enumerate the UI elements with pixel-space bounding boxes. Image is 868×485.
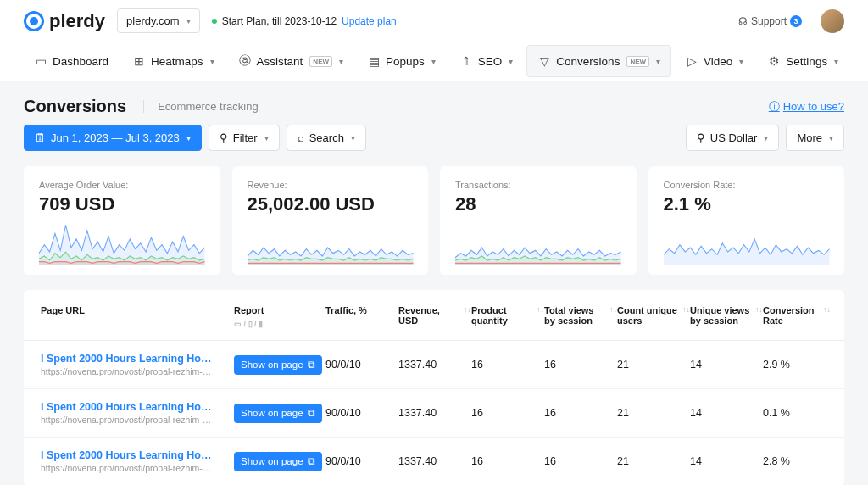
th-users[interactable]: Count unique users <box>617 305 677 326</box>
cell-traffic: 90/0/10 <box>326 407 398 419</box>
metric-card[interactable]: Average Order Value: 709 USD <box>24 166 220 275</box>
more-button[interactable]: More ▾ <box>786 125 844 151</box>
sort-icon[interactable]: ↑↓ <box>755 305 763 314</box>
table-header: Page URL Report ▭ / ▯ / ▮ Traffic, % Rev… <box>24 290 844 341</box>
chevron-down-icon: ▾ <box>431 57 436 66</box>
page-url-title[interactable]: I Spent 2000 Hours Learning How To Learn… <box>41 449 219 461</box>
ai-icon: ⓐ <box>238 54 252 68</box>
cell-cr: 0.1 % <box>763 407 831 419</box>
search-label: Search <box>309 131 344 144</box>
page-url-path: https://novena.pro/novosti/propal-rezhim… <box>41 415 219 425</box>
filter-icon: ⚲ <box>697 131 705 144</box>
update-plan-link[interactable]: Update plan <box>342 15 397 27</box>
chevron-down-icon: ▾ <box>210 57 214 66</box>
table-row: I Spent 2000 Hours Learning How To Learn… <box>24 341 844 389</box>
cell-views: 16 <box>544 359 617 371</box>
cell-uviews: 14 <box>690 407 763 419</box>
nav-dashboard[interactable]: ▭ Dashboard <box>24 42 119 80</box>
chevron-down-icon: ▾ <box>186 133 191 142</box>
cell-revenue: 1337.40 <box>398 455 471 467</box>
metric-card[interactable]: Conversion Rate: 2.1 % <box>648 166 845 275</box>
nav-seo-label: SEO <box>478 55 503 68</box>
show-on-page-button[interactable]: Show on page ⧉ <box>234 355 322 375</box>
logo[interactable]: plerdy <box>24 10 105 32</box>
navbar: ▭ Dashboard ⊞ Heatmaps ▾ ⓐ Assistant NEW… <box>0 42 868 81</box>
nav-popups[interactable]: ▤ Popups ▾ <box>357 42 446 80</box>
conversions-table: Page URL Report ▭ / ▯ / ▮ Traffic, % Rev… <box>24 290 844 485</box>
sort-icon[interactable]: ↑↓ <box>609 305 617 314</box>
th-cr[interactable]: Conversion Rate <box>763 305 818 326</box>
nav-assistant[interactable]: ⓐ Assistant NEW ▾ <box>228 42 353 80</box>
nav-settings-label: Settings <box>786 55 827 68</box>
external-icon: ⧉ <box>308 408 315 419</box>
popup-icon: ▤ <box>367 54 381 68</box>
chevron-down-icon: ▾ <box>739 57 743 66</box>
nav-assistant-label: Assistant <box>257 55 303 68</box>
monitor-icon: ▭ <box>34 54 47 68</box>
nav-heatmaps[interactable]: ⊞ Heatmaps ▾ <box>122 42 225 80</box>
table-row: I Spent 2000 Hours Learning How To Learn… <box>24 438 844 485</box>
chart-icon: ⇑ <box>459 54 473 68</box>
sort-icon[interactable]: ↑↓ <box>682 305 690 314</box>
currency-selector[interactable]: ⚲ US Dollar ▾ <box>686 125 780 151</box>
sort-icon[interactable]: ↑↓ <box>464 305 471 314</box>
show-on-page-button[interactable]: Show on page ⧉ <box>234 404 322 423</box>
sort-icon[interactable]: ↑↓ <box>537 305 544 314</box>
card-label: Conversion Rate: <box>664 180 830 190</box>
cell-users: 21 <box>617 359 690 371</box>
search-button[interactable]: ⌕ Search ▾ <box>287 125 366 151</box>
topbar: plerdy plerdy.com ▾ Start Plan, till 202… <box>0 0 868 42</box>
filter-label: Filter <box>233 131 258 144</box>
page-url-title[interactable]: I Spent 2000 Hours Learning How To Learn… <box>41 401 219 413</box>
nav-settings[interactable]: ⚙ Settings ▾ <box>757 42 849 80</box>
date-range-label: Jun 1, 2023 — Jul 3, 2023 <box>51 131 180 144</box>
page-url-title[interactable]: I Spent 2000 Hours Learning How To Learn… <box>41 353 219 365</box>
card-label: Average Order Value: <box>39 180 205 190</box>
show-on-page-button[interactable]: Show on page ⧉ <box>234 452 322 471</box>
external-icon: ⧉ <box>308 360 315 371</box>
date-range-picker[interactable]: 🗓 Jun 1, 2023 — Jul 3, 2023 ▾ <box>24 125 202 151</box>
domain-selector-label: plerdy.com <box>126 14 180 27</box>
cell-views: 16 <box>544 455 617 467</box>
funnel-icon: ▽ <box>537 54 551 68</box>
card-value: 2.1 % <box>664 193 830 215</box>
support-link[interactable]: ☊ Support 3 <box>738 15 802 27</box>
th-uviews[interactable]: Unique views by session <box>690 305 750 326</box>
nav-conversions-label: Conversions <box>556 55 620 68</box>
th-views[interactable]: Total views by session <box>544 305 604 326</box>
nav-video[interactable]: ▷ Video ▾ <box>675 42 754 80</box>
chevron-down-icon: ▾ <box>764 133 768 142</box>
metric-cards: Average Order Value: 709 USD Revenue: 25… <box>0 166 868 275</box>
nav-conversions[interactable]: ▽ Conversions NEW ▾ <box>526 45 671 77</box>
chevron-down-icon: ▾ <box>339 57 343 66</box>
avatar[interactable] <box>821 9 844 33</box>
nav-dashboard-label: Dashboard <box>53 55 108 68</box>
currency-label: US Dollar <box>710 131 758 144</box>
controls-bar: 🗓 Jun 1, 2023 — Jul 3, 2023 ▾ ⚲ Filter ▾… <box>0 125 868 166</box>
cell-revenue: 1337.40 <box>398 407 471 419</box>
th-revenue[interactable]: Revenue, USD <box>398 305 459 326</box>
cell-views: 16 <box>544 407 617 419</box>
chevron-down-icon: ▾ <box>656 57 660 66</box>
how-to-use-link[interactable]: ⓘ How to use? <box>769 99 844 114</box>
nav-heatmaps-label: Heatmaps <box>151 55 203 68</box>
sort-icon[interactable]: ↑↓ <box>823 305 831 314</box>
svg-marker-5 <box>248 263 414 265</box>
cell-users: 21 <box>617 455 690 467</box>
th-qty[interactable]: Product quantity <box>471 305 531 326</box>
chevron-down-icon: ▾ <box>829 133 833 142</box>
chevron-down-icon: ▾ <box>186 16 191 25</box>
nav-seo[interactable]: ⇑ SEO ▾ <box>449 42 524 80</box>
card-value: 709 USD <box>39 193 205 215</box>
metric-card[interactable]: Revenue: 25,002.00 USD <box>232 166 429 275</box>
metric-card[interactable]: Transactions: 28 <box>440 166 637 275</box>
th-traffic[interactable]: Traffic, % <box>326 305 367 315</box>
filter-button[interactable]: ⚲ Filter ▾ <box>209 125 280 151</box>
support-label: Support <box>751 15 787 27</box>
table-row: I Spent 2000 Hours Learning How To Learn… <box>24 389 844 438</box>
domain-selector[interactable]: plerdy.com ▾ <box>117 8 200 33</box>
cell-cr: 2.8 % <box>763 455 831 467</box>
cell-cr: 2.9 % <box>763 359 831 371</box>
th-url[interactable]: Page URL <box>41 305 234 315</box>
external-icon: ⧉ <box>308 456 315 467</box>
